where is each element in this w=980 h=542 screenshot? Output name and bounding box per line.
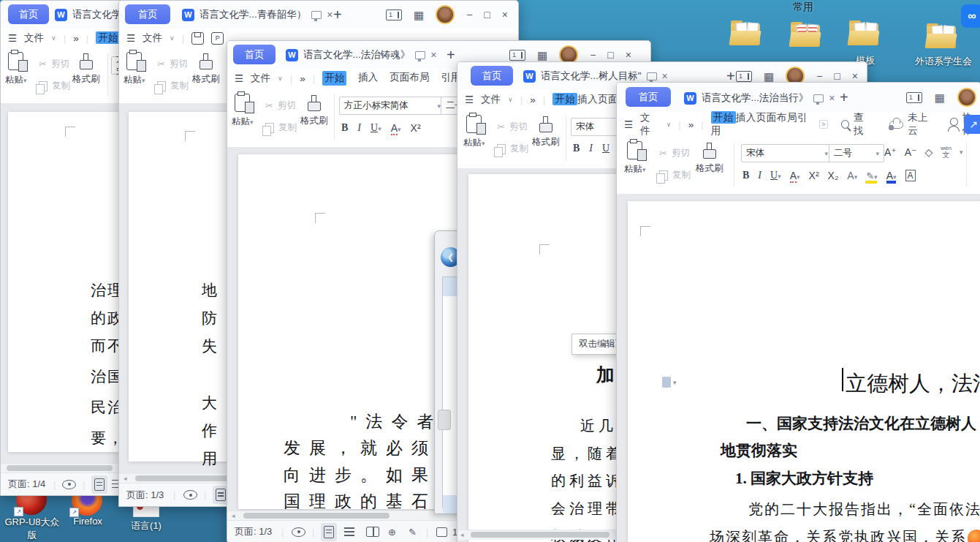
single-column-icon[interactable]: 1 [906, 92, 922, 103]
cut-button[interactable]: ✂ 剪切 [157, 58, 188, 70]
file-menu[interactable]: 文件 [251, 72, 270, 85]
hamburger-icon[interactable]: ☰ [465, 94, 474, 105]
tab-close-icon[interactable]: × [327, 9, 333, 20]
tab-insert[interactable]: 插入 [358, 71, 378, 86]
file-menu[interactable]: 文件 [481, 93, 501, 106]
cut-button[interactable]: ✂ 剪切 [265, 99, 296, 112]
tab-start[interactable]: 开始 [96, 31, 120, 44]
document-tab[interactable]: W 语言文化学...法治当行》 × [678, 87, 840, 109]
more-button[interactable]: » [73, 33, 79, 44]
paste-button[interactable]: 粘贴▾ [232, 94, 254, 128]
scroll-left-icon[interactable]: ◂ [124, 475, 127, 482]
book-view-icon[interactable] [366, 527, 379, 537]
firefox-label[interactable]: Firefox [67, 516, 108, 527]
web-layout-icon[interactable]: ⊕ [388, 527, 396, 538]
grp-u8-label[interactable]: GRP-U8大众版 [0, 516, 64, 542]
paste-button[interactable]: 粘贴▾ [463, 115, 485, 149]
fit-page-icon[interactable] [436, 527, 447, 537]
home-tab[interactable]: 首页 [233, 45, 276, 64]
italic-button[interactable]: I [758, 170, 761, 181]
more-button[interactable]: » [530, 94, 536, 105]
italic-button[interactable]: I [589, 143, 593, 154]
print-layout-icon[interactable] [91, 475, 107, 494]
share-button[interactable]: ↗ [964, 115, 980, 134]
print-layout-icon[interactable] [321, 523, 337, 541]
underline-button[interactable]: U [371, 122, 378, 133]
hamburger-icon[interactable]: ☰ [624, 118, 633, 130]
bold-button[interactable]: B [742, 170, 749, 181]
single-column-icon[interactable]: 1 [736, 71, 752, 82]
underline-button[interactable]: U [770, 170, 778, 181]
bold-button[interactable]: B [573, 143, 580, 154]
char-shading-button[interactable]: A [847, 170, 854, 181]
bold-button[interactable]: B [341, 122, 348, 134]
cut-button[interactable]: ✂ 剪切 [497, 121, 528, 133]
avatar[interactable] [436, 5, 455, 24]
home-tab[interactable]: 首页 [125, 4, 170, 24]
maximize-button[interactable]: □ [834, 70, 840, 82]
format-painter-button[interactable]: 格式刷 [192, 52, 220, 86]
language-doc-label[interactable]: 语言(1) [124, 519, 168, 532]
tab-page-layout[interactable]: 页面布局 [390, 71, 429, 86]
grid-layout-icon[interactable]: ▦ [935, 92, 945, 103]
document-tab[interactable]: W 语言文化学...法治铸魂》 × [280, 44, 442, 66]
folder-label-student-union[interactable]: 外语系学生会 [908, 55, 979, 68]
minimize-button[interactable]: − [466, 9, 472, 20]
new-tab-button[interactable]: + [840, 89, 848, 106]
cloud-drive-icon[interactable]: ∞ [961, 4, 980, 28]
pin-to-desktop-icon[interactable] [415, 51, 425, 59]
tab-close-icon[interactable]: × [829, 92, 835, 104]
underline-button[interactable]: U [602, 143, 609, 154]
strikethrough-button[interactable]: A [391, 122, 398, 135]
document-tab[interactable]: W 语言文化学...青春韶华） × [176, 4, 338, 26]
avatar[interactable] [957, 88, 976, 107]
tab-start[interactable]: 开始 [552, 93, 577, 105]
more-button[interactable]: » [688, 119, 694, 130]
increase-font-button[interactable]: A⁺ [884, 146, 897, 158]
cloud-status[interactable]: 未上云 [889, 111, 935, 138]
font-color-button[interactable]: A [886, 170, 893, 181]
font-name-select[interactable]: 宋体▾ [741, 144, 833, 162]
new-tab-button[interactable]: + [447, 47, 455, 64]
close-button[interactable]: × [626, 49, 631, 61]
minimize-button[interactable]: − [816, 70, 822, 82]
format-painter-button[interactable]: 格式刷 [72, 52, 100, 86]
more-button[interactable]: » [300, 73, 305, 84]
subscript-button[interactable]: X₂ [828, 170, 839, 181]
maximize-button[interactable]: □ [484, 9, 490, 20]
tab-close-icon[interactable]: × [430, 49, 436, 61]
grid-layout-icon[interactable]: ▦ [764, 71, 774, 82]
outline-view-icon[interactable] [344, 527, 354, 536]
new-tab-button[interactable]: + [333, 7, 342, 23]
copy-button[interactable]: 复制 [157, 80, 189, 92]
eye-icon[interactable] [183, 490, 197, 500]
highlight-button[interactable]: ✎ [866, 170, 874, 181]
folder-icon-templates[interactable] [848, 15, 883, 48]
scroll-left-icon[interactable]: ◂ [232, 512, 235, 519]
cut-button[interactable]: ✂ 剪切 [39, 58, 69, 70]
edit-pencil-icon[interactable]: ✎ [409, 527, 417, 538]
copy-button[interactable]: 复制 [265, 121, 297, 134]
format-painter-button[interactable]: 格式刷 [696, 141, 723, 175]
pin-to-desktop-icon[interactable] [311, 11, 322, 19]
grid-layout-icon[interactable]: ▦ [537, 50, 547, 61]
pin-to-desktop-icon[interactable] [813, 94, 824, 102]
hamburger-icon[interactable]: ☰ [235, 72, 243, 84]
single-column-icon[interactable]: 1 [386, 10, 402, 20]
folder-icon-student-union[interactable] [925, 18, 960, 51]
export-pdf-icon[interactable]: P [211, 32, 224, 45]
font-name-select[interactable]: 方正小标宋简体▾ [339, 97, 446, 115]
font-size-select[interactable]: 二号▾ [829, 144, 884, 162]
tab-start[interactable]: 开始 [711, 111, 736, 124]
grid-layout-icon[interactable]: ▦ [414, 10, 424, 20]
copy-button[interactable]: 复制 [659, 169, 691, 181]
wps-assistant-icon[interactable] [968, 530, 980, 542]
superscript-button[interactable]: X² [809, 170, 819, 181]
file-menu[interactable]: 文件 [143, 31, 162, 45]
home-tab[interactable]: 首页 [8, 4, 49, 24]
close-button[interactable]: × [852, 70, 858, 82]
save-icon[interactable] [191, 32, 204, 45]
superscript-button[interactable]: X² [411, 122, 421, 134]
folder-icon[interactable] [789, 16, 824, 50]
hamburger-icon[interactable]: ☰ [126, 32, 135, 44]
